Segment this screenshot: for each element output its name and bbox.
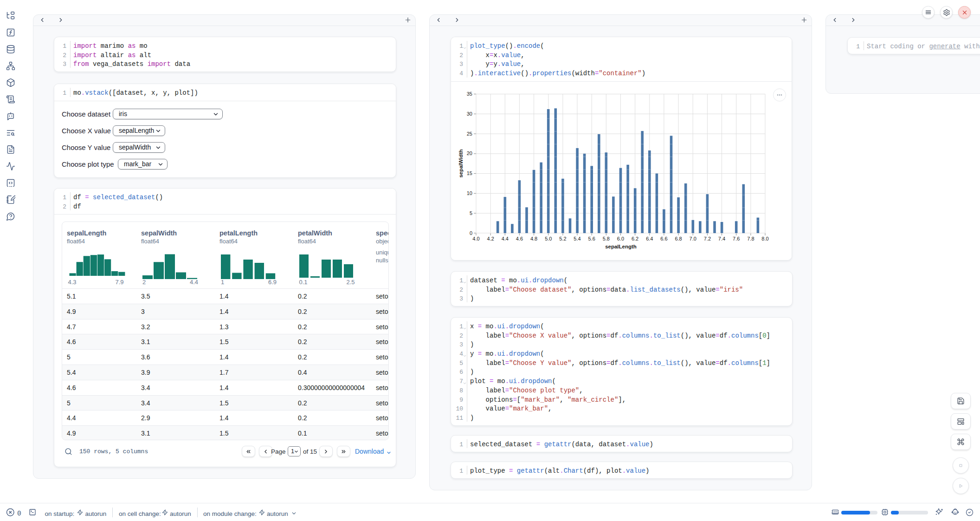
svg-text:sepalWidth: sepalWidth: [458, 149, 464, 177]
svg-text:25: 25: [467, 131, 472, 137]
svg-text:4.6: 4.6: [516, 236, 523, 241]
svg-text:7.8: 7.8: [747, 236, 754, 241]
svg-text:6.2: 6.2: [632, 236, 638, 241]
svg-text:7.2: 7.2: [704, 236, 711, 241]
svg-text:sepalLength: sepalLength: [605, 244, 637, 249]
svg-text:4.8: 4.8: [530, 236, 537, 241]
svg-text:6.0: 6.0: [617, 236, 624, 241]
svg-text:5.0: 5.0: [545, 236, 552, 241]
svg-text:8.0: 8.0: [761, 236, 768, 241]
svg-text:5.4: 5.4: [574, 236, 580, 241]
svg-text:4.2: 4.2: [487, 236, 494, 241]
svg-text:5.8: 5.8: [603, 236, 610, 241]
svg-text:4.0: 4.0: [472, 236, 479, 241]
svg-text:5: 5: [470, 210, 472, 216]
svg-text:30: 30: [467, 111, 472, 117]
svg-text:5.6: 5.6: [588, 236, 595, 241]
svg-text:7.4: 7.4: [718, 236, 725, 241]
svg-text:15: 15: [467, 170, 472, 176]
svg-text:35: 35: [467, 91, 472, 97]
svg-text:6.4: 6.4: [646, 236, 653, 241]
svg-text:6.8: 6.8: [675, 236, 682, 241]
svg-text:6.6: 6.6: [660, 236, 667, 241]
svg-text:4.4: 4.4: [502, 236, 509, 241]
svg-text:0: 0: [470, 230, 472, 236]
svg-text:20: 20: [467, 150, 472, 156]
svg-text:5.2: 5.2: [559, 236, 566, 241]
svg-text:10: 10: [467, 190, 472, 196]
svg-text:7.0: 7.0: [690, 236, 696, 241]
svg-text:7.6: 7.6: [733, 236, 740, 241]
